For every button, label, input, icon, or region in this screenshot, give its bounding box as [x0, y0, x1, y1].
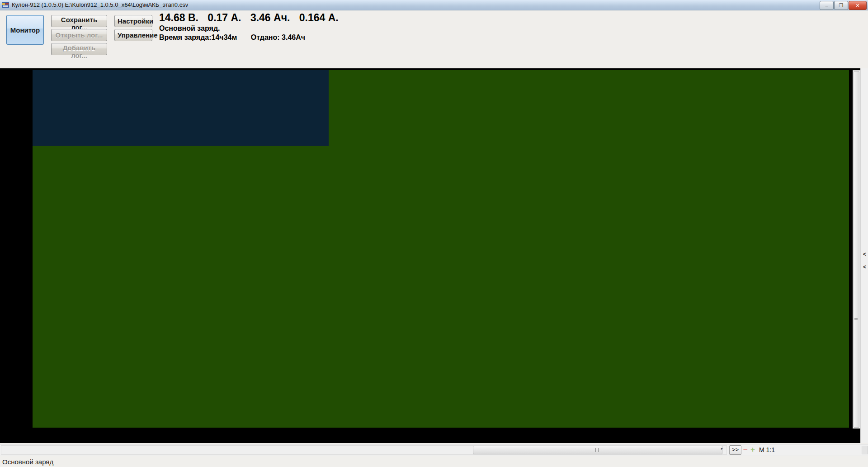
scrollbar-grip — [595, 448, 599, 452]
monitor-button[interactable]: Монитор — [6, 15, 44, 45]
voltage-readout: 14.68 В. — [159, 12, 198, 24]
open-log-button: Открыть лог... — [51, 29, 107, 41]
charge-time-label: Время заряда:14ч34м — [159, 33, 237, 41]
scale-label: М 1:1 — [759, 446, 775, 453]
scroll-right-button[interactable]: ▸ — [719, 446, 725, 452]
app-window: Кулон-912 (1.0.5.0) E:\Kulon912_1.0.5.0_… — [0, 0, 868, 467]
vertical-scrollbar-grip — [854, 317, 858, 321]
measurement-readout: 14.68 В. 0.17 А. 3.46 Ач. 0.164 А. Основ… — [159, 12, 345, 42]
window-controls: – ❐ ✕ — [819, 1, 867, 10]
titlebar: Кулон-912 (1.0.5.0) E:\Kulon912_1.0.5.0_… — [0, 0, 868, 10]
capacity-readout: 3.46 Ач. — [250, 12, 290, 24]
chart-area: < < — [0, 68, 868, 443]
given-capacity-label: Отдано: 3.46Ач — [251, 33, 305, 41]
minimize-button[interactable]: – — [820, 1, 834, 10]
current-readout: 0.17 А. — [208, 12, 241, 24]
series-lines — [33, 70, 849, 428]
maximize-icon: ❐ — [839, 3, 844, 8]
status-text: Основной заряд — [2, 458, 53, 466]
readout-main-line: 14.68 В. 0.17 А. 3.46 Ач. 0.164 А. — [159, 12, 345, 24]
close-icon: ✕ — [855, 3, 859, 8]
scrollbar-corner — [862, 446, 868, 454]
horizontal-scrollbar-row: ▸ >> − + М 1:1 — [0, 444, 868, 456]
scroll-more-button[interactable]: >> — [729, 445, 741, 455]
plus-icon: + — [750, 445, 755, 454]
add-log-button: Добавить лог... — [51, 43, 107, 55]
control-button[interactable]: Управление — [114, 29, 152, 41]
horizontal-scrollbar-thumb[interactable] — [473, 446, 722, 454]
plot-canvas[interactable] — [33, 70, 849, 428]
arrow-right-icon: ▸ — [721, 446, 723, 451]
horizontal-scrollbar[interactable] — [1, 445, 727, 455]
avg-current-readout: 0.164 А. — [299, 12, 339, 24]
zoom-in-button[interactable]: + — [750, 445, 755, 454]
minus-icon: − — [743, 445, 748, 454]
charge-mode-label: Основной заряд. — [159, 24, 345, 33]
toolbar: Монитор Сохранить лог... Открыть лог... … — [0, 10, 868, 57]
minimize-icon: – — [825, 3, 828, 8]
charge-stats-line: Время заряда:14ч34м Отдано: 3.46Ач — [159, 33, 345, 42]
maximize-button[interactable]: ❐ — [834, 1, 848, 10]
settings-button[interactable]: Настройки — [114, 15, 152, 27]
double-arrow-icon: >> — [732, 446, 739, 453]
collapse-left-button[interactable]: < — [862, 249, 868, 259]
status-bar: Основной заряд — [0, 456, 868, 467]
window-title: Кулон-912 (1.0.5.0) E:\Kulon912_1.0.5.0_… — [12, 1, 188, 8]
chevron-left-icon: < — [863, 251, 866, 257]
vertical-scrollbar-thumb[interactable] — [854, 71, 859, 428]
collapse-left-button-2[interactable]: < — [862, 262, 868, 272]
chevron-left-icon: < — [863, 264, 866, 270]
zoom-out-button[interactable]: − — [743, 445, 748, 454]
save-log-button[interactable]: Сохранить лог... — [51, 15, 107, 27]
side-collapse-panel: < < — [860, 68, 868, 443]
vertical-scrollbar[interactable] — [853, 70, 860, 429]
x-axis — [0, 428, 868, 442]
app-icon — [2, 1, 9, 9]
close-button[interactable]: ✕ — [849, 1, 867, 10]
